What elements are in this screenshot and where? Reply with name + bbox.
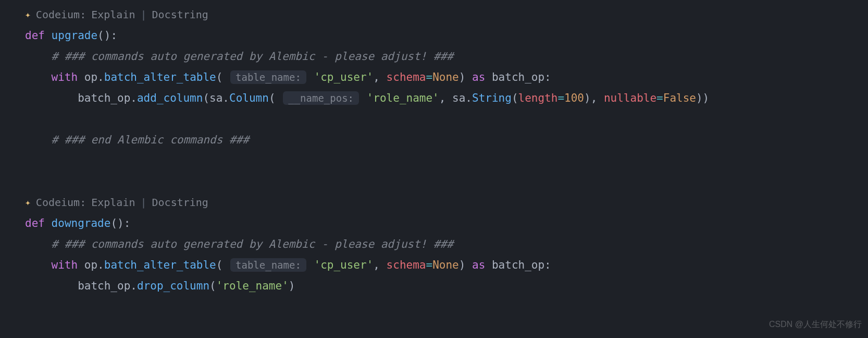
comment: # ### commands auto generated by Alembic… <box>52 50 453 63</box>
comment: # ### end Alembic commands ### <box>52 134 249 146</box>
codeium-explain-link[interactable]: Explain <box>91 4 135 25</box>
codeium-codelens-1: ✦ Codeium: Explain | Docstring <box>25 4 868 25</box>
codeium-separator: | <box>140 192 146 213</box>
codeium-brand: Codeium: <box>36 192 86 213</box>
sparkle-icon: ✦ <box>25 4 31 25</box>
code-line[interactable]: # ### commands auto generated by Alembic… <box>25 46 868 67</box>
keyword-with: with <box>52 71 78 83</box>
codeium-docstring-link[interactable]: Docstring <box>152 192 208 213</box>
code-line[interactable] <box>25 171 868 192</box>
keyword-with: with <box>52 259 78 271</box>
code-line[interactable]: with op.batch_alter_table( table_name: '… <box>25 67 868 88</box>
inlay-hint-table-name: table_name: <box>230 70 306 84</box>
function-name-downgrade: downgrade <box>52 217 111 230</box>
code-line[interactable]: batch_op.add_column(sa.Column( __name_po… <box>25 88 868 108</box>
codeium-codelens-2: ✦ Codeium: Explain | Docstring <box>25 192 868 213</box>
codeium-separator: | <box>140 4 146 25</box>
codeium-explain-link[interactable]: Explain <box>91 192 135 213</box>
inlay-hint-name-pos: __name_pos: <box>283 91 359 105</box>
code-line[interactable] <box>25 108 868 129</box>
code-line[interactable]: # ### commands auto generated by Alembic… <box>25 234 868 255</box>
codeium-docstring-link[interactable]: Docstring <box>152 4 208 25</box>
code-line[interactable]: def downgrade(): <box>25 213 868 234</box>
keyword-def: def <box>25 217 45 230</box>
code-line[interactable]: def upgrade(): <box>25 25 868 46</box>
inlay-hint-table-name: table_name: <box>230 258 306 272</box>
code-line[interactable] <box>25 296 868 317</box>
code-editor[interactable]: ✦ Codeium: Explain | Docstring def upgra… <box>25 4 868 317</box>
code-line[interactable]: with op.batch_alter_table( table_name: '… <box>25 255 868 275</box>
keyword-def: def <box>25 29 45 42</box>
code-line[interactable] <box>25 150 868 171</box>
comment: # ### commands auto generated by Alembic… <box>52 238 453 250</box>
watermark: CSDN @人生何处不修行 <box>769 314 862 335</box>
codeium-brand: Codeium: <box>36 4 86 25</box>
code-line[interactable]: batch_op.drop_column('role_name') <box>25 275 868 296</box>
sparkle-icon: ✦ <box>25 192 31 213</box>
code-line[interactable]: # ### end Alembic commands ### <box>25 129 868 150</box>
function-name-upgrade: upgrade <box>52 29 98 42</box>
